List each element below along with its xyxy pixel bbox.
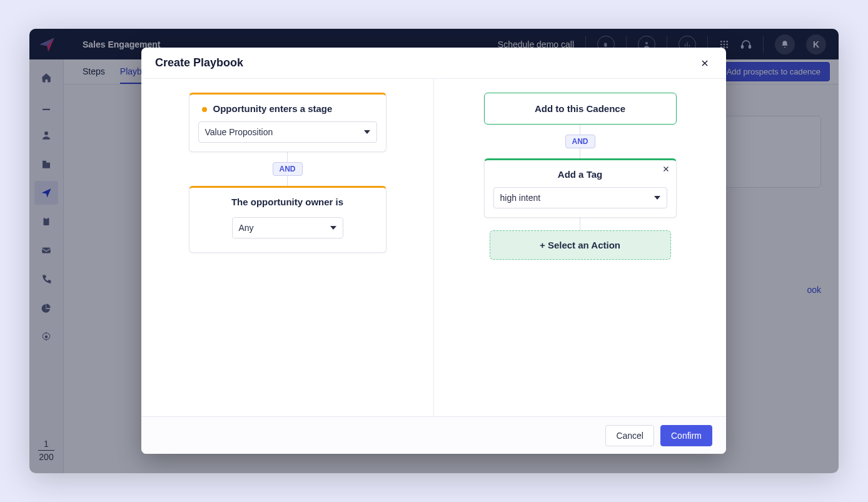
- cancel-button[interactable]: Cancel: [605, 425, 654, 446]
- actions-column: Add to this Cadence AND Add a Tag high i…: [434, 79, 726, 416]
- conditions-column: Opportunity enters a stage Value Proposi…: [141, 79, 433, 416]
- chevron-down-icon: [654, 196, 660, 200]
- tag-select-value: high intent: [500, 193, 541, 203]
- trigger-card: Opportunity enters a stage Value Proposi…: [189, 93, 386, 152]
- cadence-title: Add to this Cadence: [493, 103, 667, 114]
- close-icon: [700, 59, 709, 68]
- stage-select[interactable]: Value Proposition: [198, 121, 377, 143]
- owner-title: The opportunity owner is: [198, 197, 377, 207]
- create-playbook-modal: Create Playbook Opportunity enters a sta…: [141, 48, 726, 454]
- owner-card: The opportunity owner is Any: [189, 186, 386, 253]
- close-icon: [662, 165, 670, 173]
- and-badge: AND: [273, 162, 303, 176]
- modal-footer: Cancel Confirm: [141, 416, 726, 454]
- chevron-down-icon: [364, 130, 370, 134]
- select-action-button[interactable]: + Select an Action: [490, 230, 671, 260]
- cadence-card: Add to this Cadence: [484, 93, 677, 125]
- status-dot-icon: [202, 107, 207, 112]
- chevron-down-icon: [330, 226, 336, 230]
- and-badge: AND: [565, 135, 595, 148]
- tag-card: Add a Tag high intent: [484, 158, 677, 218]
- confirm-button[interactable]: Confirm: [660, 425, 712, 446]
- modal-title: Create Playbook: [155, 56, 243, 69]
- connector: [434, 218, 726, 230]
- app-window: Sales Engagement Schedule demo call $: [29, 29, 839, 473]
- owner-select[interactable]: Any: [232, 217, 343, 238]
- trigger-title: Opportunity enters a stage: [198, 103, 377, 114]
- tag-select[interactable]: high intent: [493, 187, 667, 208]
- connector: AND: [434, 125, 726, 158]
- owner-select-value: Any: [239, 223, 254, 233]
- stage-select-value: Value Proposition: [205, 127, 273, 137]
- modal-header: Create Playbook: [141, 48, 726, 79]
- modal-body: Opportunity enters a stage Value Proposi…: [141, 79, 726, 416]
- modal-close-button[interactable]: [697, 56, 712, 71]
- remove-tag-action-button[interactable]: [662, 165, 670, 173]
- tag-title: Add a Tag: [493, 169, 667, 180]
- connector: AND: [141, 152, 433, 186]
- select-action-label: + Select an Action: [540, 240, 620, 250]
